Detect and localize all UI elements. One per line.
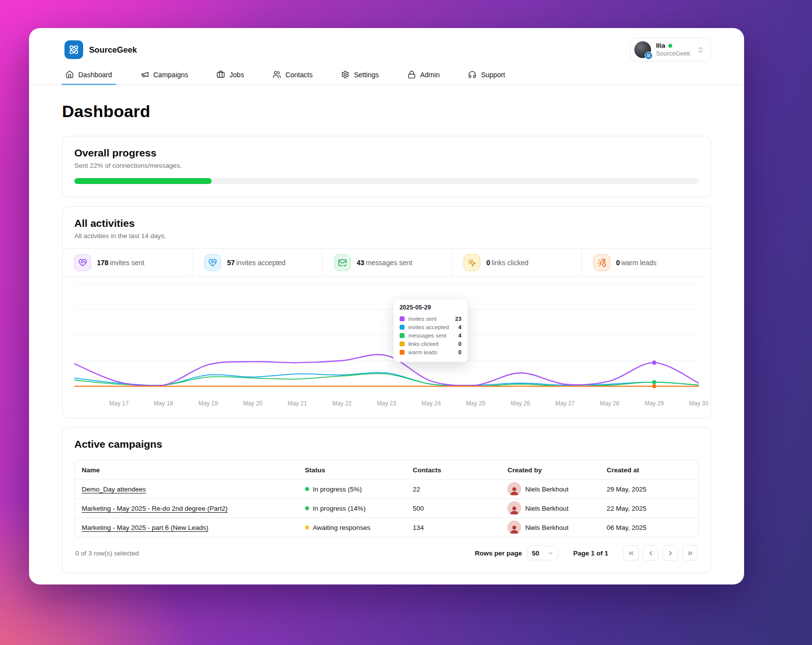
chevrons-left-icon: [627, 550, 635, 557]
table-footer: 0 of 3 row(s) selected Rows per page 50 …: [74, 537, 699, 573]
sourcegeek-badge-icon: [645, 52, 653, 60]
lock-icon: [407, 70, 416, 79]
all-activities-title: All activities: [74, 217, 699, 229]
user-avatar: [634, 41, 651, 58]
table-row[interactable]: Marketing - May 2025 - Re-do 2nd degree …: [75, 498, 698, 518]
tab-admin[interactable]: Admin: [406, 65, 441, 85]
stat-text: 0links clicked: [486, 259, 529, 267]
x-axis-label: May 19: [198, 400, 218, 407]
user-menu[interactable]: Ilia SourceGeek: [630, 38, 711, 61]
nav-tabs: DashboardCampaignsJobsContactsSettingsAd…: [29, 65, 744, 85]
tab-label: Admin: [420, 71, 440, 79]
home-icon: [65, 70, 74, 79]
tab-campaigns[interactable]: Campaigns: [140, 65, 189, 85]
x-axis-label: May 29: [645, 400, 664, 407]
activity-stats: 178invites sent57invites accepted43messa…: [62, 248, 711, 277]
heart-handshake-icon: [204, 254, 221, 271]
chevron-down-icon: [547, 550, 554, 556]
x-axis-label: May 17: [109, 400, 128, 407]
stat-text: 0warm leads: [616, 259, 656, 267]
campaign-name-link[interactable]: Marketing - May 2025 - part 6 (New Leads…: [82, 524, 208, 531]
tab-label: Campaigns: [154, 71, 188, 79]
prev-page-button[interactable]: [643, 545, 658, 561]
chevrons-up-down-icon: [697, 46, 704, 54]
campaign-contacts: 134: [406, 524, 501, 531]
thermometer-sun-icon: [593, 254, 610, 271]
chart-x-labels: May 17May 18May 19May 20May 21May 22May …: [74, 399, 699, 411]
megaphone-icon: [141, 70, 149, 79]
chevron-left-icon: [647, 550, 655, 557]
rows-per-page-value: 50: [532, 550, 539, 557]
brand[interactable]: SourceGeek: [64, 40, 137, 59]
tab-label: Jobs: [229, 71, 244, 79]
last-page-button[interactable]: [682, 545, 698, 561]
status-dot: [305, 506, 309, 510]
campaign-contacts: 22: [406, 486, 501, 493]
chevron-right-icon: [667, 550, 674, 557]
creator-avatar: [507, 521, 521, 534]
sourcegeek-logo-icon: [64, 40, 83, 59]
campaign-created-at: 06 May, 2025: [600, 524, 698, 531]
stat-text: 57invites accepted: [227, 259, 285, 267]
column-header-status: Status: [298, 466, 406, 474]
campaign-name-link[interactable]: Marketing - May 2025 - Re-do 2nd degree …: [82, 505, 227, 512]
creator-avatar: [507, 501, 521, 515]
x-axis-label: May 30: [689, 400, 708, 407]
pointer-click-icon: [464, 254, 480, 271]
tab-label: Support: [481, 71, 505, 79]
stat-text: 43messages sent: [357, 259, 412, 267]
user-org: SourceGeek: [656, 50, 690, 58]
tab-settings[interactable]: Settings: [340, 65, 380, 85]
campaign-status: In progress (5%): [298, 486, 406, 493]
table-row[interactable]: Demo_Day attendeesIn progress (5%)22Niel…: [75, 479, 698, 498]
all-activities-subtitle: All activities in the last 14 days.: [74, 232, 699, 240]
status-dot: [305, 487, 309, 491]
x-axis-label: May 22: [332, 400, 351, 407]
campaign-table-body: Demo_Day attendeesIn progress (5%)22Niel…: [75, 479, 698, 537]
x-axis-label: May 23: [377, 400, 396, 407]
campaign-created-at: 29 May, 2025: [600, 486, 698, 493]
tab-support[interactable]: Support: [467, 65, 506, 85]
app-window: SourceGeek Ilia SourceGeek DashboardCamp…: [29, 28, 744, 584]
x-axis-label: May 24: [421, 400, 440, 407]
creator-avatar: [507, 482, 521, 496]
campaign-created-at: 22 May, 2025: [600, 505, 698, 512]
rows-per-page-select[interactable]: 50: [527, 546, 559, 560]
active-campaigns-title: Active campaigns: [74, 438, 699, 450]
tab-jobs[interactable]: Jobs: [216, 65, 245, 85]
x-axis-label: May 26: [511, 400, 530, 407]
campaign-name-link[interactable]: Demo_Day attendees: [82, 486, 146, 493]
briefcase-icon: [217, 70, 225, 79]
tab-label: Dashboard: [78, 71, 112, 79]
column-header-created-by: Created by: [500, 466, 599, 474]
tab-dashboard[interactable]: Dashboard: [64, 65, 113, 85]
first-page-button[interactable]: [623, 545, 639, 561]
campaign-contacts: 500: [406, 505, 501, 512]
progress-bar: [74, 178, 699, 184]
tab-contacts[interactable]: Contacts: [272, 65, 313, 85]
rows-selected-text: 0 of 3 row(s) selected: [75, 550, 139, 557]
table-row[interactable]: Marketing - May 2025 - part 6 (New Leads…: [75, 518, 698, 537]
stat-text: 178invites sent: [97, 259, 144, 267]
mail-check-icon: [334, 254, 351, 271]
x-axis-label: May 25: [466, 400, 485, 407]
campaign-creator: Niels Berkhout: [500, 501, 599, 515]
users-icon: [273, 70, 281, 79]
active-campaigns-card: Active campaigns NameStatusContactsCreat…: [62, 427, 711, 573]
main-content: Dashboard Overall progress Sent 22% of c…: [29, 85, 744, 573]
online-status-dot: [668, 44, 672, 48]
app-header: SourceGeek Ilia SourceGeek: [29, 28, 744, 65]
all-activities-card: All activities All activities in the las…: [62, 206, 711, 418]
x-axis-label: May 21: [288, 400, 307, 407]
chevrons-right-icon: [687, 550, 694, 557]
x-axis-label: May 27: [555, 400, 574, 407]
x-axis-label: May 18: [154, 400, 173, 407]
next-page-button[interactable]: [662, 545, 678, 561]
headphones-icon: [468, 70, 476, 79]
activity-chart[interactable]: May 17May 18May 19May 20May 21May 22May …: [62, 277, 711, 418]
column-header-contacts: Contacts: [406, 466, 501, 474]
stat-invites-accepted: 57invites accepted: [192, 249, 321, 276]
pager: [623, 545, 698, 561]
campaign-status: Awaiting responses: [298, 524, 406, 531]
page-title: Dashboard: [62, 102, 711, 121]
